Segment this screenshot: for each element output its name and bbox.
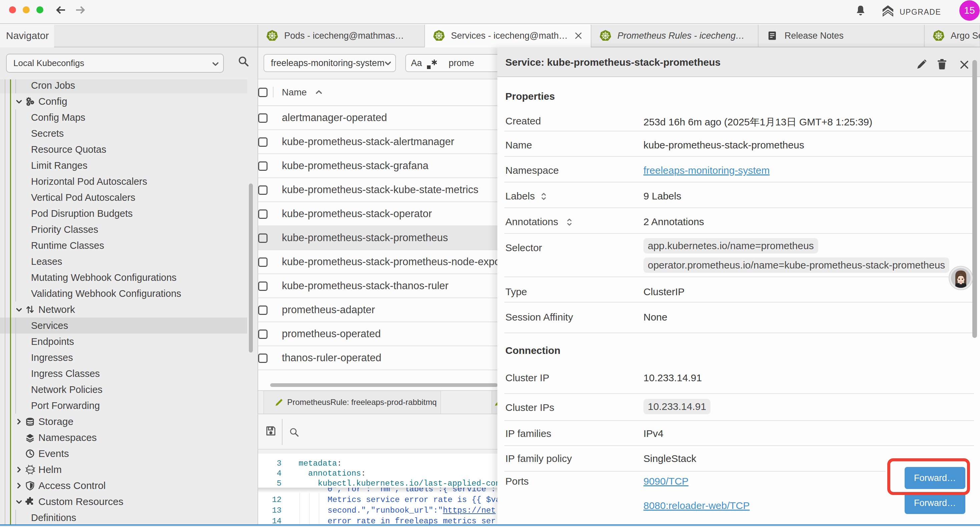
svg-text:HELM: HELM xyxy=(27,469,34,471)
